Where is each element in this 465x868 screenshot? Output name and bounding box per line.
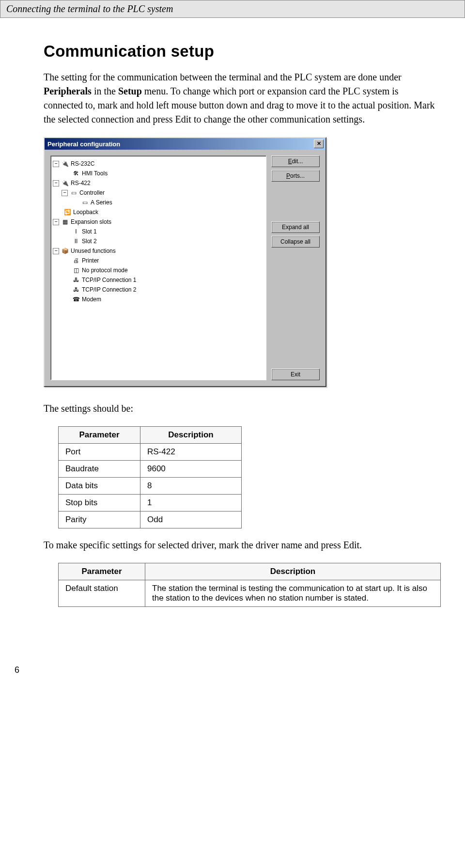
- tree-label: Loopback: [73, 209, 98, 216]
- slot-icon: II: [72, 237, 80, 245]
- collapse-icon[interactable]: −: [53, 180, 59, 186]
- cell-param: Port: [59, 444, 140, 461]
- tree-node-rs422[interactable]: − 🔌 RS-422: [53, 178, 264, 188]
- table-row: PortRS-422: [59, 444, 242, 461]
- tree-label: Expansion slots: [71, 218, 111, 225]
- modem-icon: ☎: [72, 295, 80, 303]
- col-header-desc: Description: [140, 427, 242, 444]
- collapse-all-button[interactable]: Collapse all: [271, 236, 320, 248]
- collapse-icon[interactable]: −: [53, 248, 59, 254]
- table-row: Stop bits1: [59, 495, 242, 512]
- page-number: 6: [15, 665, 436, 675]
- btn-rest: dit...: [292, 158, 303, 165]
- port-icon: 🔌: [61, 160, 69, 168]
- cell-param: Baudrate: [59, 461, 140, 478]
- cell-desc: 8: [140, 478, 242, 495]
- settings-intro: The settings should be:: [44, 402, 436, 416]
- btn-txt: Exit: [291, 371, 300, 378]
- col-header-param: Parameter: [59, 427, 140, 444]
- printer-icon: 🖨: [72, 257, 80, 264]
- cell-param: Parity: [59, 512, 140, 528]
- cell-param: Stop bits: [59, 495, 140, 512]
- driver-paragraph: To make specific settings for selected d…: [44, 538, 436, 552]
- peripheral-config-dialog: Peripheral configuration ✕ − 🔌 RS-232C 🛠…: [44, 137, 326, 387]
- tree-label: RS-232C: [71, 160, 94, 167]
- exit-button[interactable]: Exit: [271, 369, 320, 380]
- slots-icon: ▦: [61, 218, 69, 226]
- cell-desc: Odd: [140, 512, 242, 528]
- tree-node-controller[interactable]: − ▭ Controller: [53, 188, 264, 198]
- close-button[interactable]: ✕: [314, 140, 324, 148]
- table-row: Baudrate9600: [59, 461, 242, 478]
- tree-node-unused[interactable]: − 📦 Unused functions: [53, 246, 264, 256]
- tree-node-rs232c[interactable]: − 🔌 RS-232C: [53, 159, 264, 169]
- cell-param: Default station: [59, 580, 145, 607]
- cell-desc: RS-422: [140, 444, 242, 461]
- tree-node-loopback[interactable]: 🔁 Loopback: [53, 207, 264, 217]
- tree-node-hmi-tools[interactable]: 🛠 HMI Tools: [53, 169, 264, 178]
- col-header-desc: Description: [145, 563, 441, 580]
- text-bold: Peripherals: [44, 86, 92, 96]
- cell-desc: 1: [140, 495, 242, 512]
- device-icon: ▭: [81, 199, 89, 206]
- cell-desc: 9600: [140, 461, 242, 478]
- col-header-param: Parameter: [59, 563, 145, 580]
- text-bold: Setup: [118, 86, 142, 96]
- port-icon: 🔌: [61, 179, 69, 187]
- intro-paragraph: The setting for the communication betwee…: [44, 70, 436, 126]
- btn-txt: Collapse all: [280, 238, 310, 245]
- loopback-icon: 🔁: [63, 208, 71, 216]
- expand-all-button[interactable]: Expand all: [271, 221, 320, 233]
- text: The setting for the communication betwee…: [44, 72, 402, 82]
- tree-node-modem[interactable]: ☎ Modem: [53, 294, 264, 304]
- tree-node-aseries[interactable]: ▭ A Series: [53, 198, 264, 207]
- tree-label: Slot 2: [82, 238, 97, 245]
- tree-label: TCP/IP Connection 1: [82, 277, 137, 283]
- tree-label: TCP/IP Connection 2: [82, 286, 137, 293]
- text: in the: [92, 86, 118, 96]
- tree-view[interactable]: − 🔌 RS-232C 🛠 HMI Tools − 🔌 RS-422 −: [50, 155, 266, 380]
- tree-node-slot1[interactable]: I Slot 1: [53, 227, 264, 236]
- collapse-icon[interactable]: −: [53, 161, 59, 167]
- dialog-titlebar[interactable]: Peripheral configuration ✕: [45, 138, 326, 150]
- noproto-icon: ◫: [72, 266, 80, 274]
- tree-label: HMI Tools: [82, 170, 108, 177]
- folder-icon: 📦: [61, 247, 69, 255]
- settings-table: Parameter Description PortRS-422 Baudrat…: [58, 426, 242, 528]
- cell-desc: The station the terminal is testing the …: [145, 580, 441, 607]
- tree-label: A Series: [91, 199, 112, 206]
- tree-label: RS-422: [71, 180, 91, 186]
- network-icon: 🖧: [72, 286, 80, 294]
- tree-node-printer[interactable]: 🖨 Printer: [53, 256, 264, 265]
- table-row: Default station The station the terminal…: [59, 580, 441, 607]
- tree-label: Controller: [79, 189, 105, 196]
- tree-node-tcpip1[interactable]: 🖧 TCP/IP Connection 1: [53, 275, 264, 285]
- tree-label: Slot 1: [82, 228, 97, 235]
- network-icon: 🖧: [72, 276, 80, 284]
- table-row: ParityOdd: [59, 512, 242, 528]
- btn-rest: orts...: [290, 172, 305, 179]
- cell-param: Data bits: [59, 478, 140, 495]
- driver-table: Parameter Description Default station Th…: [58, 563, 441, 607]
- section-title: Communication setup: [44, 42, 436, 61]
- page-header: Connecting the terminal to the PLC syste…: [0, 0, 465, 18]
- collapse-icon[interactable]: −: [53, 219, 59, 225]
- tree-node-slot2[interactable]: II Slot 2: [53, 236, 264, 246]
- ports-button[interactable]: Ports...: [271, 170, 320, 182]
- tree-node-tcpip2[interactable]: 🖧 TCP/IP Connection 2: [53, 285, 264, 294]
- tree-node-expansion[interactable]: − ▦ Expansion slots: [53, 217, 264, 227]
- table-row: Data bits8: [59, 478, 242, 495]
- tree-label: Printer: [82, 257, 99, 264]
- collapse-icon[interactable]: −: [62, 190, 68, 196]
- dialog-title: Peripheral configuration: [47, 140, 314, 148]
- btn-txt: Expand all: [282, 224, 309, 231]
- tool-icon: 🛠: [72, 170, 80, 177]
- controller-icon: ▭: [70, 189, 78, 197]
- tree-label: Unused functions: [71, 248, 116, 254]
- tree-node-noproto[interactable]: ◫ No protocol mode: [53, 265, 264, 275]
- slot-icon: I: [72, 228, 80, 235]
- tree-label: No protocol mode: [82, 267, 128, 274]
- tree-label: Modem: [82, 296, 101, 303]
- edit-button[interactable]: Edit...: [271, 155, 320, 167]
